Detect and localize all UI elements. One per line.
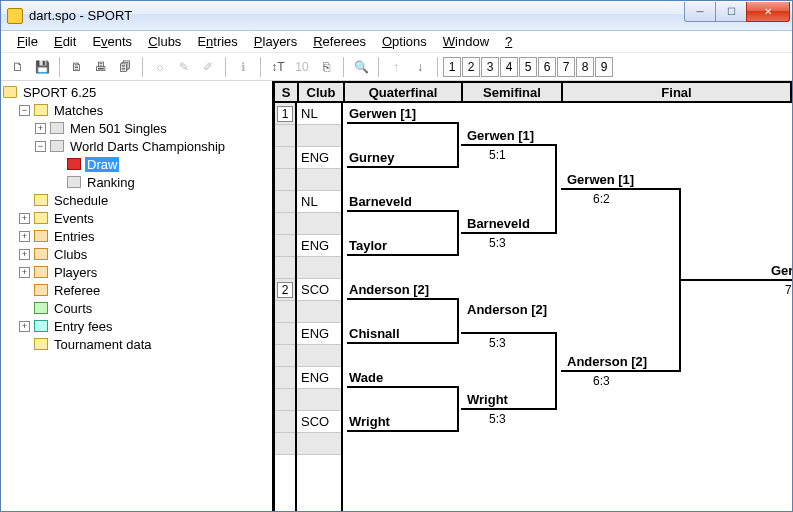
tree-wdc[interactable]: − World Darts Championship xyxy=(3,137,270,155)
menu-entries[interactable]: Entries xyxy=(189,32,245,51)
tree-players[interactable]: + Players xyxy=(3,263,270,281)
tree-referee[interactable]: Referee xyxy=(3,281,270,299)
f-w2: Anderson [2] xyxy=(567,354,647,369)
page-icon[interactable]: 🗎 xyxy=(66,56,88,78)
tree-events[interactable]: + Events xyxy=(3,209,270,227)
club-r13: ENG xyxy=(297,367,341,389)
qf-p1: Gerwen [1] xyxy=(349,106,416,121)
menu-window[interactable]: Window xyxy=(435,32,497,51)
seed-col: 1 2 xyxy=(273,103,297,511)
view-9[interactable]: 9 xyxy=(595,57,613,77)
qf-p3: Barneveld xyxy=(349,194,412,209)
text-tool-icon[interactable]: ↕T xyxy=(267,56,289,78)
maximize-button[interactable]: ☐ xyxy=(715,2,747,22)
view-1[interactable]: 1 xyxy=(443,57,461,77)
tree-courts[interactable]: Courts xyxy=(3,299,270,317)
qf-p7: Wade xyxy=(349,370,383,385)
menu-help[interactable]: ? xyxy=(497,32,520,51)
tree-clubs[interactable]: + Clubs xyxy=(3,245,270,263)
menu-referees[interactable]: Referees xyxy=(305,32,374,51)
col-qf: Quaterfinal xyxy=(345,83,463,101)
item-icon xyxy=(67,176,81,188)
winner-score: 7:3 xyxy=(785,283,792,297)
up-icon[interactable]: ↑ xyxy=(385,56,407,78)
clubs-icon xyxy=(34,248,48,260)
close-button[interactable]: ✕ xyxy=(746,2,790,22)
ten-icon[interactable]: 10 xyxy=(291,56,313,78)
sf-s3: 5:3 xyxy=(489,336,506,350)
f-s2: 6:3 xyxy=(593,374,610,388)
preview-icon[interactable]: 🗐 xyxy=(114,56,136,78)
winner-col: Gerwen 7:3 xyxy=(771,103,792,511)
tree-matches[interactable]: − Matches xyxy=(3,101,270,119)
sf-s1: 5:1 xyxy=(489,148,506,162)
menu-players[interactable]: Players xyxy=(246,32,305,51)
bracket-panel: S Club Quaterfinal Semifinal Final 1 2 xyxy=(273,81,792,511)
view-5[interactable]: 5 xyxy=(519,57,537,77)
sidebar: SPORT 6.25 − Matches + Men 501 Singles −… xyxy=(1,81,273,511)
save-icon[interactable]: 💾 xyxy=(31,56,53,78)
qf-p2: Gurney xyxy=(349,150,395,165)
app-icon xyxy=(7,8,23,24)
sf-w3: Anderson [2] xyxy=(467,302,547,317)
print-icon[interactable]: 🖶 xyxy=(90,56,112,78)
folder-icon xyxy=(34,104,48,116)
club-r11: ENG xyxy=(297,323,341,345)
view-8[interactable]: 8 xyxy=(576,57,594,77)
toolbar: 🗋 💾 🗎 🖶 🗐 ☼ ✎ ✐ ℹ ↕T 10 ⎘ 🔍 ↑ ↓ 1 2 3 4 … xyxy=(1,53,792,81)
f-s1: 6:2 xyxy=(593,192,610,206)
col-seed: S xyxy=(275,83,299,101)
tree-men501[interactable]: + Men 501 Singles xyxy=(3,119,270,137)
down-icon[interactable]: ↓ xyxy=(409,56,431,78)
tree-schedule[interactable]: Schedule xyxy=(3,191,270,209)
club-r9: SCO xyxy=(297,279,341,301)
qf-p8: Wright xyxy=(349,414,390,429)
sf-w4: Wright xyxy=(467,392,508,407)
view-7[interactable]: 7 xyxy=(557,57,575,77)
separator xyxy=(225,57,226,77)
events-icon xyxy=(34,212,48,224)
winner-name: Gerwen xyxy=(771,263,792,278)
separator xyxy=(437,57,438,77)
menu-events[interactable]: Events xyxy=(84,32,140,51)
col-club: Club xyxy=(299,83,345,101)
view-3[interactable]: 3 xyxy=(481,57,499,77)
seed-2: 2 xyxy=(277,282,293,298)
club-col: NL ENG NL ENG SCO ENG ENG SCO xyxy=(297,103,343,511)
view-4[interactable]: 4 xyxy=(500,57,518,77)
tree-tdata[interactable]: Tournament data xyxy=(3,335,270,353)
menu-options[interactable]: Options xyxy=(374,32,435,51)
view-6[interactable]: 6 xyxy=(538,57,556,77)
tree-root[interactable]: SPORT 6.25 xyxy=(3,83,270,101)
body: SPORT 6.25 − Matches + Men 501 Singles −… xyxy=(1,81,792,511)
tree-ranking[interactable]: Ranking xyxy=(3,173,270,191)
zoom-icon[interactable]: 🔍 xyxy=(350,56,372,78)
club-r7: ENG xyxy=(297,235,341,257)
separator xyxy=(378,57,379,77)
new-icon[interactable]: 🗋 xyxy=(7,56,29,78)
club-r15: SCO xyxy=(297,411,341,433)
qf-p6: Chisnall xyxy=(349,326,400,341)
separator xyxy=(260,57,261,77)
separator xyxy=(142,57,143,77)
tree-entries[interactable]: + Entries xyxy=(3,227,270,245)
tree-draw[interactable]: Draw xyxy=(3,155,270,173)
sf-col: Gerwen [1] 5:1 Barneveld 5:3 Anderson [2… xyxy=(461,103,561,511)
qf-p4: Taylor xyxy=(349,238,387,253)
data-icon xyxy=(34,338,48,350)
sf-s4: 5:3 xyxy=(489,412,506,426)
pencil-icon[interactable]: ✎ xyxy=(173,56,195,78)
item-icon xyxy=(50,122,64,134)
tag-icon[interactable]: ⎘ xyxy=(315,56,337,78)
tree-entryfees[interactable]: + Entry fees xyxy=(3,317,270,335)
minimize-button[interactable]: ─ xyxy=(684,2,716,22)
menu-clubs[interactable]: Clubs xyxy=(140,32,189,51)
f-w1: Gerwen [1] xyxy=(567,172,634,187)
item-icon xyxy=(50,140,64,152)
bulb-icon[interactable]: ℹ xyxy=(232,56,254,78)
menu-file[interactable]: File xyxy=(9,32,46,51)
menu-edit[interactable]: Edit xyxy=(46,32,84,51)
sun-icon[interactable]: ☼ xyxy=(149,56,171,78)
brush-icon[interactable]: ✐ xyxy=(197,56,219,78)
view-2[interactable]: 2 xyxy=(462,57,480,77)
